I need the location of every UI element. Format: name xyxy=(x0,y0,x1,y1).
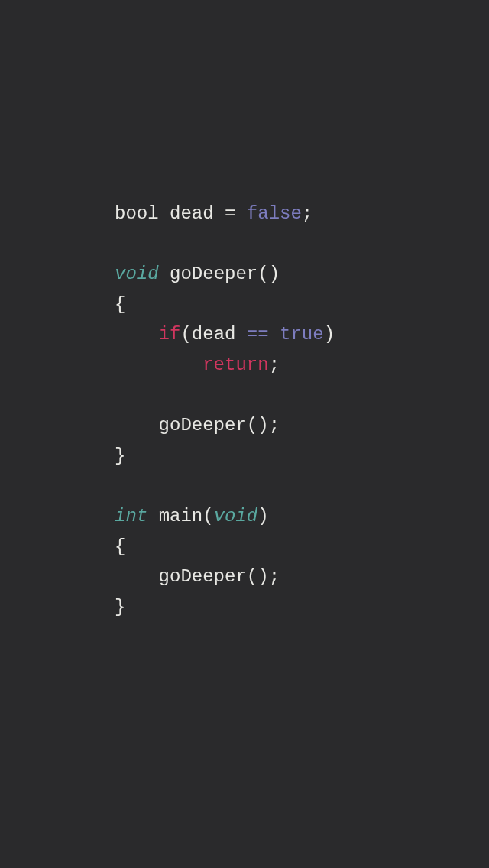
code-snippet: bool dead = false; void goDeeper() { if(… xyxy=(115,199,335,622)
identifier-dead: dead xyxy=(170,203,214,224)
close-brace: } xyxy=(115,597,125,617)
function-call-godeeper: goDeeper() xyxy=(159,415,269,436)
literal-false: false xyxy=(247,203,302,224)
open-brace: { xyxy=(115,294,125,315)
close-paren: ) xyxy=(257,506,268,526)
open-brace: { xyxy=(115,536,125,557)
type-keyword-bool: bool xyxy=(115,203,159,224)
open-paren: ( xyxy=(180,324,191,345)
keyword-if: if xyxy=(159,324,181,345)
close-brace: } xyxy=(115,445,125,466)
parentheses: () xyxy=(257,264,280,284)
void-parameter: void xyxy=(214,506,258,526)
semicolon: ; xyxy=(269,355,280,375)
function-call-godeeper: goDeeper() xyxy=(159,566,269,587)
assign-operator: = xyxy=(225,203,235,224)
type-keyword-int: int xyxy=(115,506,147,526)
semicolon: ; xyxy=(302,203,313,224)
function-name-main: main xyxy=(159,506,203,526)
equality-operator: == xyxy=(247,324,269,345)
identifier-dead: dead xyxy=(192,324,236,345)
type-keyword-void: void xyxy=(115,264,159,284)
function-name-godeeper: goDeeper xyxy=(170,264,257,284)
semicolon: ; xyxy=(269,415,280,436)
open-paren: ( xyxy=(202,506,213,526)
semicolon: ; xyxy=(269,566,280,587)
keyword-return: return xyxy=(202,355,268,375)
literal-true: true xyxy=(280,324,324,345)
close-paren: ) xyxy=(324,324,335,345)
